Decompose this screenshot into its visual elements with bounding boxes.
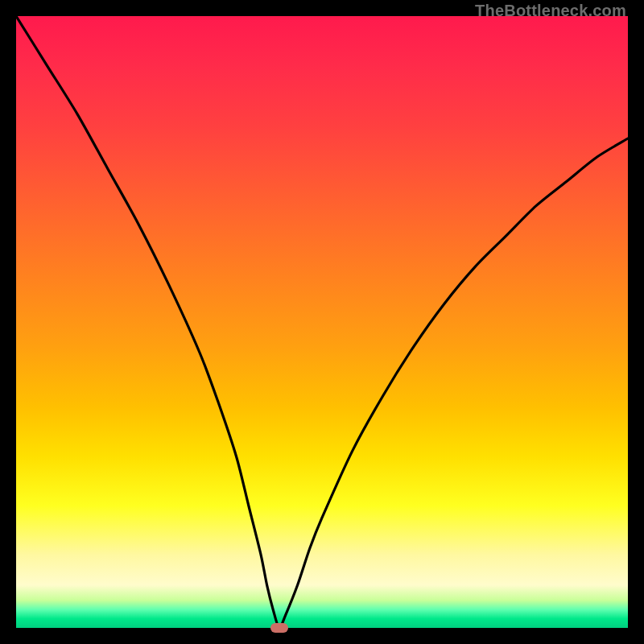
chart-frame: TheBottleneck.com bbox=[0, 0, 644, 644]
optimum-marker bbox=[270, 623, 288, 633]
watermark-text: TheBottleneck.com bbox=[475, 2, 626, 20]
plot-area bbox=[16, 16, 628, 628]
bottleneck-curve bbox=[16, 16, 628, 628]
